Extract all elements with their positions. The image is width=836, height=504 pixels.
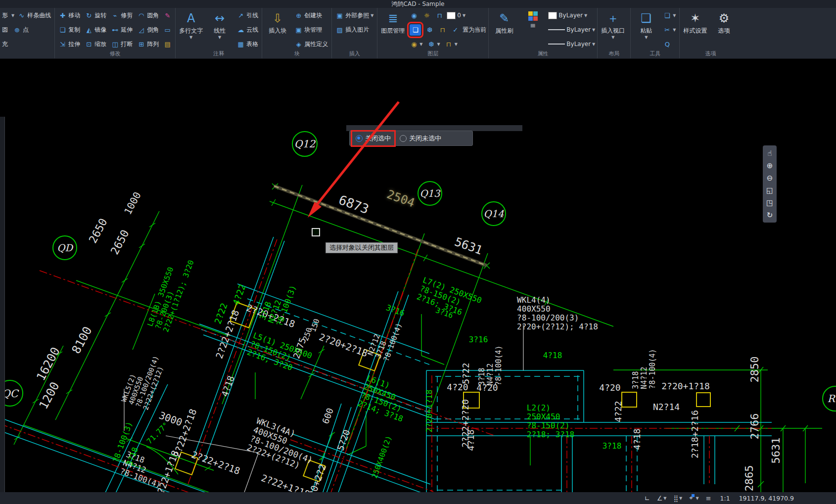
- zoom-out-icon[interactable]: ⊖: [764, 172, 776, 183]
- chevron-down-icon[interactable]: ▼: [592, 42, 595, 46]
- chevron-down-icon[interactable]: ▼: [463, 13, 465, 18]
- copy-clip-button[interactable]: ❏▼: [661, 11, 677, 20]
- layer-manager-button[interactable]: ≣图层管理: [379, 9, 406, 50]
- clipped-tool[interactable]: 形: [2, 11, 10, 20]
- button-label: 拉伸: [68, 40, 80, 48]
- point-button[interactable]: ⊕点: [11, 25, 30, 35]
- drawing-canvas[interactable]: 关闭选中关闭未选中 选择对象以关闭其图层 ☝⊕⊖◱◳↻ 687325045631…: [0, 58, 836, 492]
- layer-on-button[interactable]: ◉: [408, 11, 419, 20]
- button-label: 样条曲线: [27, 11, 51, 20]
- revcloud-button[interactable]: ☁云线: [235, 25, 260, 35]
- chevron-down-icon[interactable]: ▼: [584, 13, 587, 18]
- color-swatch[interactable]: [548, 12, 557, 19]
- canvas-left-scrollbar[interactable]: [0, 117, 5, 492]
- xref-button[interactable]: ▣外部参照▼: [334, 11, 375, 20]
- zoom-fit-icon[interactable]: ◳: [764, 197, 776, 208]
- zoom-in-icon[interactable]: ⊕: [764, 160, 776, 171]
- crosshair-pickbox: [312, 228, 320, 236]
- linetype-sample[interactable]: [548, 29, 565, 30]
- block-manage-button[interactable]: ▣块管理: [293, 25, 324, 35]
- ribbon-group-layout: ＋插入视口▼布局: [597, 8, 630, 58]
- layer-on2-button[interactable]: ◉▼: [408, 40, 424, 49]
- table-icon: ▦: [236, 40, 245, 48]
- array-icon: ⊞: [137, 40, 145, 48]
- rotate-button[interactable]: ↻旋转: [83, 11, 108, 20]
- cad-label: 4?20: [599, 383, 620, 393]
- find-button[interactable]: Q: [661, 40, 673, 49]
- region-button[interactable]: ▭: [162, 25, 173, 35]
- ribbon-text[interactable]: ByLayer: [566, 41, 591, 47]
- clipped-tool[interactable]: 圆: [2, 26, 10, 34]
- paste-button[interactable]: ❏粘贴▼: [633, 9, 659, 50]
- linetype-sample[interactable]: [548, 44, 565, 45]
- cad-label: 4?18: [632, 428, 642, 450]
- match-props-button[interactable]: ✎属性刷: [491, 9, 517, 50]
- pan-icon[interactable]: ☝: [764, 147, 776, 159]
- zoom-window-icon[interactable]: ◱: [764, 184, 776, 196]
- ribbon-text[interactable]: ByLayer: [566, 26, 591, 33]
- ortho-icon[interactable]: ∟: [645, 494, 650, 502]
- button-label: 旋转: [94, 11, 106, 20]
- button-label: 阵列: [147, 40, 159, 48]
- layer-off-select-button[interactable]: ❏: [408, 24, 422, 36]
- options-button[interactable]: ⚙选项: [710, 9, 737, 50]
- insert-block-button[interactable]: ⇩插入块: [264, 9, 291, 50]
- ribbon-text[interactable]: 0: [457, 12, 461, 19]
- object-snap-icon[interactable]: ⌖▼: [689, 494, 698, 502]
- radio-icon: [400, 135, 407, 142]
- button-label: 多行文字: [179, 27, 203, 35]
- dim-linear-button[interactable]: ↔线性▼: [206, 9, 233, 50]
- layer-lock2-button[interactable]: ⊓▼: [443, 40, 459, 49]
- ribbon-text[interactable]: ByLayer: [558, 12, 583, 19]
- cut-clip-button[interactable]: ✂▼: [661, 25, 677, 35]
- copy-button[interactable]: ❏复制: [57, 25, 82, 35]
- ribbon-text[interactable]: 置为当前: [463, 26, 486, 34]
- clipped-tool[interactable]: 充: [2, 40, 10, 48]
- polar-tracking-icon[interactable]: ∠▼: [657, 494, 667, 502]
- create-block-button[interactable]: ⊕创建块: [293, 11, 324, 20]
- lineweight-icon[interactable]: ≡: [706, 494, 711, 502]
- attr-define-button[interactable]: ◈属性定义: [293, 40, 329, 49]
- palette-icon[interactable]: ≡: [519, 9, 546, 50]
- trim-button[interactable]: ⌁修剪: [109, 11, 134, 20]
- layer-set-current-button[interactable]: ✓: [450, 25, 461, 35]
- orbit-icon[interactable]: ↻: [764, 209, 776, 221]
- array-button[interactable]: ⊞阵列: [136, 40, 160, 49]
- image-button[interactable]: ▨插入图片: [334, 25, 371, 35]
- move-button[interactable]: ✚移动: [57, 11, 82, 20]
- leader-button[interactable]: ↗引线: [235, 11, 260, 20]
- color-palette-icon: [528, 11, 538, 21]
- chevron-down-icon: ▼: [645, 35, 648, 40]
- layer-unlock-button[interactable]: ⊓: [434, 11, 445, 20]
- viewport-button[interactable]: ＋插入视口▼: [600, 9, 626, 50]
- viewport-icon: ＋: [607, 10, 619, 27]
- cad-label: 2865: [743, 465, 756, 492]
- mtext-button[interactable]: A多行文字▼: [178, 9, 204, 50]
- layer-freeze2-button[interactable]: ❆▼: [425, 40, 441, 49]
- stretch-button[interactable]: ⇲拉伸: [57, 40, 82, 49]
- radio-close-unselected[interactable]: 关闭未选中: [398, 133, 443, 144]
- leader-icon: ↗: [236, 11, 245, 20]
- table-button[interactable]: ▦表格: [235, 40, 260, 49]
- mirror-button[interactable]: ◭镜像: [83, 25, 108, 35]
- folder-button[interactable]: ▤: [162, 40, 173, 49]
- layer-freeze-button[interactable]: ❆: [424, 25, 435, 35]
- layer-lock-button[interactable]: ⊓: [437, 25, 448, 35]
- layer-set-current-icon: ✓: [451, 26, 460, 34]
- fillet-button[interactable]: ◠圆角: [136, 11, 160, 20]
- button-label: 选项: [718, 27, 730, 35]
- chevron-down-icon[interactable]: ▼: [592, 28, 595, 32]
- layer-thaw-button[interactable]: ☼: [421, 11, 432, 20]
- color-swatch[interactable]: [447, 12, 456, 19]
- chamfer-button[interactable]: ◿倒角: [136, 25, 160, 35]
- style-settings-button[interactable]: ✶样式设置: [682, 9, 708, 50]
- pen-button[interactable]: ✎: [162, 11, 173, 20]
- extend-button[interactable]: ⊷延伸: [109, 25, 134, 35]
- spline-button[interactable]: ∿样条曲线: [16, 11, 52, 20]
- scale-button[interactable]: ⊡缩放: [83, 40, 108, 49]
- column-marker: [621, 392, 637, 408]
- button-label: 插入视口: [601, 27, 625, 35]
- break-button[interactable]: ◫打断: [109, 40, 134, 49]
- radio-close-selected[interactable]: 关闭选中: [354, 133, 393, 144]
- grid-snap-icon[interactable]: ⣿▼: [673, 494, 682, 502]
